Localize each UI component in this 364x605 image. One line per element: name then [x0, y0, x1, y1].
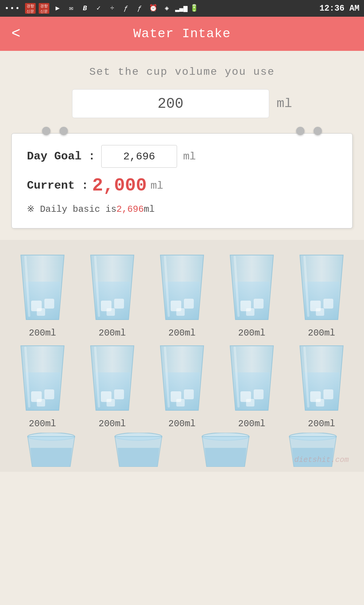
current-row: Current : 2,000 ml [27, 175, 337, 196]
icon-script2: ƒ [134, 3, 145, 14]
svg-rect-26 [246, 399, 254, 406]
glass-label-2-5: 200ml [308, 419, 335, 429]
status-dots: ••• [5, 4, 20, 13]
icon-check: ✓ [93, 3, 104, 14]
icon-divide: ÷ [107, 3, 118, 14]
pin-4 [314, 127, 322, 135]
svg-rect-7 [184, 299, 194, 309]
icon-play: ▶ [52, 3, 63, 14]
svg-rect-10 [254, 299, 264, 309]
svg-rect-20 [107, 399, 115, 406]
svg-rect-5 [107, 308, 115, 316]
glass-item-1-2[interactable]: 200ml [84, 251, 141, 338]
main-content: Set the cup volume you use ml Day Goal :… [0, 51, 364, 240]
day-goal-unit: ml [183, 151, 196, 162]
glass-item-1-3[interactable]: 200ml [154, 251, 210, 338]
daily-note-unit: ml [144, 204, 155, 214]
glass-label-1-1: 200ml [29, 328, 56, 338]
current-label: Current : [27, 179, 88, 192]
glasses-section: 200ml 200ml 200ml [0, 240, 364, 472]
glass-label-1-4: 200ml [238, 328, 265, 338]
back-button[interactable]: < [11, 25, 20, 43]
svg-rect-19 [114, 389, 124, 399]
icon-wifi: ◈ [162, 3, 172, 14]
icon-battery: 🔋 [189, 3, 199, 14]
status-time: 12:36 AM [319, 4, 359, 13]
svg-rect-17 [37, 399, 45, 406]
icon-bold: B [80, 3, 90, 14]
glass-label-2-3: 200ml [168, 419, 196, 429]
icon-korean1: 경향신문 [25, 3, 36, 14]
daily-note: ※ Daily basic is2,696ml [27, 203, 337, 214]
svg-rect-4 [114, 299, 124, 309]
pin-2 [60, 127, 68, 135]
day-goal-row: Day Goal : ml [27, 145, 337, 168]
notepad-card: Day Goal : ml Current : 2,000 ml ※ Daily… [11, 133, 353, 228]
svg-rect-25 [254, 389, 264, 399]
glass-item-1-4[interactable]: 200ml [223, 251, 280, 338]
glass-label-1-2: 200ml [99, 328, 126, 338]
icon-mail: ✉ [66, 3, 77, 14]
icon-script1: ƒ [121, 3, 131, 14]
svg-rect-22 [184, 389, 194, 399]
glass-label-1-3: 200ml [168, 328, 196, 338]
watermark: dietshit.com [8, 455, 356, 464]
day-goal-label: Day Goal : [27, 150, 95, 163]
glass-label-1-5: 200ml [308, 328, 335, 338]
glass-label-2-2: 200ml [99, 419, 126, 429]
daily-note-text: ※ Daily basic is [27, 204, 116, 214]
icon-signal: ▂▄▆ [175, 3, 186, 14]
glass-item-2-3[interactable]: 200ml [154, 342, 210, 429]
page-title: Water Intake [133, 27, 231, 41]
pin-1 [42, 127, 50, 135]
svg-rect-29 [316, 399, 324, 406]
icon-korean2: 경향신문 [39, 3, 49, 14]
cup-unit-label: ml [277, 96, 292, 111]
cup-input-row: ml [11, 89, 353, 118]
current-value: 2,000 [92, 175, 147, 196]
watermark-text: dietshit.com [294, 455, 349, 464]
svg-rect-1 [44, 299, 54, 309]
svg-rect-16 [44, 389, 54, 399]
subtitle-text: Set the cup volume you use [11, 66, 353, 78]
notepad-pins [12, 127, 352, 135]
status-bar: ••• 경향신문 경향신문 ▶ ✉ B ✓ ÷ ƒ ƒ ⏰ ◈ ▂▄▆ 🔋 12… [0, 0, 364, 17]
svg-rect-14 [316, 308, 324, 316]
svg-rect-13 [323, 299, 333, 309]
icon-clock: ⏰ [148, 3, 158, 14]
pin-3 [296, 127, 304, 135]
daily-note-highlight: 2,696 [116, 204, 144, 214]
svg-rect-11 [246, 308, 254, 316]
app-header: < Water Intake [0, 17, 364, 51]
glass-item-2-1[interactable]: 200ml [14, 342, 71, 429]
glass-label-2-1: 200ml [29, 419, 56, 429]
current-unit: ml [151, 180, 163, 192]
glass-item-1-1[interactable]: 200ml [14, 251, 71, 338]
svg-rect-2 [37, 308, 45, 316]
glass-item-2-5[interactable]: 200ml [293, 342, 350, 429]
glass-label-2-4: 200ml [238, 419, 265, 429]
day-goal-input[interactable] [101, 145, 177, 168]
glass-item-2-2[interactable]: 200ml [84, 342, 141, 429]
svg-rect-28 [323, 389, 333, 399]
svg-rect-23 [176, 399, 185, 406]
glass-item-2-4[interactable]: 200ml [223, 342, 280, 429]
cup-volume-input[interactable] [72, 89, 269, 118]
svg-rect-8 [176, 308, 185, 316]
glasses-row-1: 200ml 200ml 200ml [8, 251, 356, 338]
glasses-row-2: 200ml 200ml 200ml [8, 342, 356, 429]
glass-item-1-5[interactable]: 200ml [293, 251, 350, 338]
